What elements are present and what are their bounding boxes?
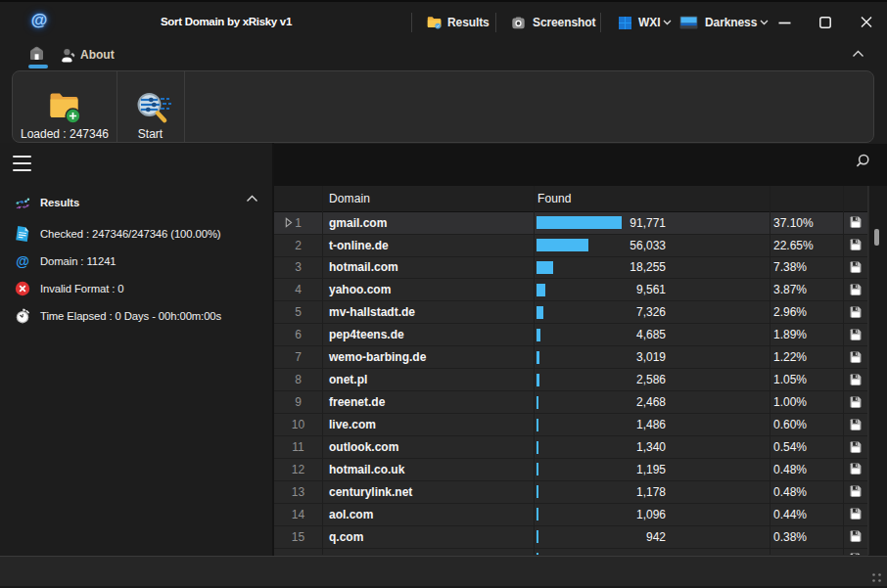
svg-text:@: @ [16,253,29,269]
